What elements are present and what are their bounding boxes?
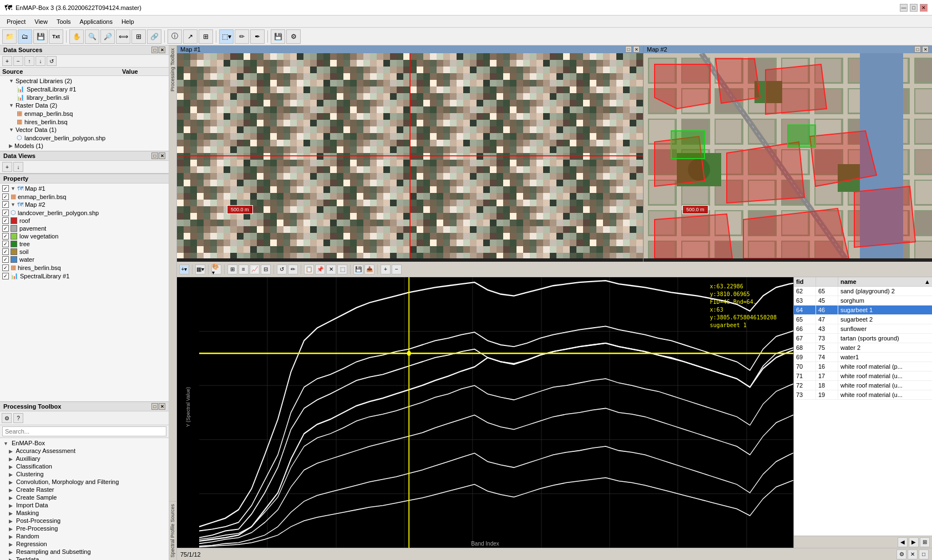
ds-add-btn[interactable]: + bbox=[2, 56, 12, 66]
minimize-button[interactable]: — bbox=[900, 4, 908, 12]
chart-save-btn[interactable]: 💾 bbox=[353, 264, 363, 274]
proc-post-processing[interactable]: ▶ Post-Processing bbox=[1, 517, 168, 525]
ds-close-btn[interactable]: ✕ bbox=[159, 47, 165, 53]
attr-row-67[interactable]: 67 73 tartan (sports ground) bbox=[794, 334, 932, 343]
prop-landcover-layer[interactable]: ✓ ⬡ landcover_berlin_polygon.shp bbox=[1, 208, 168, 217]
maximize-button[interactable]: □ bbox=[910, 4, 918, 12]
menu-applications[interactable]: Applications bbox=[75, 17, 117, 26]
chart-add-btn[interactable]: +▾ bbox=[179, 264, 189, 274]
chart-select-btn[interactable]: ⬚ bbox=[337, 264, 347, 274]
attr-row-73[interactable]: 73 19 white roof material (u... bbox=[794, 390, 932, 400]
proc-testdata[interactable]: ▶ Testdata bbox=[1, 556, 168, 560]
proc-resampling[interactable]: ▶ Resampling and Subsetting bbox=[1, 548, 168, 556]
proc-masking[interactable]: ▶ Masking bbox=[1, 509, 168, 517]
proc-settings-btn[interactable]: ⚙ bbox=[2, 413, 12, 423]
toolbar-open[interactable]: 🗂 bbox=[18, 29, 32, 44]
proc-regression[interactable]: ▶ Regression bbox=[1, 540, 168, 548]
proc-accuracy[interactable]: ▶ Accuracy Assessment bbox=[1, 447, 168, 455]
ds-down-btn[interactable]: ↓ bbox=[36, 56, 45, 66]
ds-float-btn[interactable]: □ bbox=[151, 47, 158, 53]
proc-random[interactable]: ▶ Random bbox=[1, 532, 168, 540]
attr-row-68[interactable]: 68 75 water 2 bbox=[794, 343, 932, 353]
menu-view[interactable]: View bbox=[30, 17, 52, 26]
toolbar-settings[interactable]: ⚙ bbox=[286, 29, 301, 44]
toolbar-grid[interactable]: ⊞ bbox=[199, 29, 213, 44]
attr-row-66[interactable]: 66 43 sunflower bbox=[794, 324, 932, 334]
map2-checkbox[interactable]: ✓ bbox=[2, 201, 9, 208]
prop-soil[interactable]: ✓ soil bbox=[1, 248, 168, 256]
attr-row-63[interactable]: 63 45 sorghum bbox=[794, 296, 932, 306]
attr-row-72[interactable]: 72 18 white roof material (u... bbox=[794, 381, 932, 390]
toolbar-link[interactable]: 🔗 bbox=[147, 29, 161, 44]
prop-low-veg[interactable]: ✓ low vegetation bbox=[1, 232, 168, 240]
attr-row-62[interactable]: 62 65 sand (playground) 2 bbox=[794, 287, 932, 296]
status-settings-btn[interactable]: ⚙ bbox=[896, 549, 906, 559]
spectral-chart-svg[interactable]: 5000 4000 3000 2000 1000 0 0 20 40 bbox=[199, 277, 793, 548]
toolbar-info[interactable]: ⓘ bbox=[168, 29, 182, 44]
attr-row-70[interactable]: 70 16 white roof material (p... bbox=[794, 362, 932, 371]
status-close-btn[interactable]: ✕ bbox=[908, 549, 918, 559]
dv-close-btn[interactable]: ✕ bbox=[159, 152, 165, 159]
toolbar-select[interactable]: ⬚▾ bbox=[219, 29, 234, 44]
dv-remove[interactable]: ↓ bbox=[13, 162, 23, 172]
prop-enmap-layer[interactable]: ✓ ▦ enmap_berlin.bsq bbox=[1, 192, 168, 201]
chart-profile-btn[interactable]: 📈 bbox=[250, 264, 260, 274]
pavement-checkbox[interactable]: ✓ bbox=[2, 225, 9, 232]
proc-convolution[interactable]: ▶ Convolution, Morphology and Filtering bbox=[1, 478, 168, 486]
item-hires[interactable]: ▦ hires_berlin.bsq bbox=[1, 118, 168, 126]
toolbar-draw[interactable]: ✒ bbox=[250, 29, 265, 44]
proc-close-btn[interactable]: ✕ bbox=[159, 403, 165, 410]
ds-refresh-btn[interactable]: ↺ bbox=[47, 56, 57, 66]
chart-paste-btn[interactable]: 📌 bbox=[315, 264, 325, 274]
map1-float-btn[interactable]: □ bbox=[625, 46, 632, 53]
menu-tools[interactable]: Tools bbox=[52, 17, 75, 26]
item-landcover[interactable]: ⬡ landcover_berlin_polygon.shp bbox=[1, 134, 168, 142]
proc-root[interactable]: ▼ EnMAP-Box bbox=[1, 439, 168, 447]
group-raster[interactable]: ▼ Raster Data (2) bbox=[1, 101, 168, 109]
toolbar-edit[interactable]: ✏ bbox=[235, 29, 249, 44]
toolbar-save2[interactable]: 💾 bbox=[271, 29, 285, 44]
prop-water[interactable]: ✓ water bbox=[1, 256, 168, 263]
prop-speclib-layer[interactable]: ✓ 📊 SpectralLibrary #1 bbox=[1, 272, 168, 280]
status-max-btn[interactable]: □ bbox=[919, 549, 929, 559]
proc-pre-processing[interactable]: ▶ Pre-Processing bbox=[1, 525, 168, 532]
chart-copy-btn[interactable]: 📋 bbox=[304, 264, 314, 274]
attr-next-btn[interactable]: ▶ bbox=[909, 537, 919, 547]
chart-refresh-btn[interactable]: ↺ bbox=[277, 264, 287, 274]
attr-row-71[interactable]: 71 17 white roof material (u... bbox=[794, 371, 932, 381]
toolbar-arrow[interactable]: ↗ bbox=[183, 29, 197, 44]
close-button[interactable]: ✕ bbox=[920, 4, 928, 12]
landcover-layer-checkbox[interactable]: ✓ bbox=[2, 210, 9, 216]
group-models[interactable]: ▶ Models (1) bbox=[1, 142, 168, 150]
proc-auxilliary[interactable]: ▶ Auxilliary bbox=[1, 455, 168, 462]
dv-float-btn[interactable]: □ bbox=[151, 152, 158, 159]
chart-container[interactable]: Y (Spectral Value) bbox=[177, 277, 793, 548]
group-spectral[interactable]: ▼ Spectral Libraries (2) bbox=[1, 77, 168, 85]
map2-content[interactable]: 500.0 m bbox=[644, 53, 932, 258]
soil-checkbox[interactable]: ✓ bbox=[2, 248, 9, 255]
water-checkbox[interactable]: ✓ bbox=[2, 256, 9, 263]
prop-pavement[interactable]: ✓ pavement bbox=[1, 225, 168, 232]
map2-float-btn[interactable]: □ bbox=[914, 46, 921, 53]
attr-row-64[interactable]: 64 46 sugarbeet 1 bbox=[794, 306, 932, 315]
map1-close-btn[interactable]: ✕ bbox=[633, 46, 640, 53]
prop-roof[interactable]: ✓ roof bbox=[1, 217, 168, 225]
group-vector[interactable]: ▼ Vector Data (1) bbox=[1, 126, 168, 134]
proc-help-btn[interactable]: ? bbox=[13, 413, 23, 423]
item-enmap[interactable]: ▦ enmap_berlin.bsq bbox=[1, 109, 168, 118]
hires-layer-checkbox[interactable]: ✓ bbox=[2, 264, 9, 271]
proc-float-btn[interactable]: □ bbox=[151, 403, 158, 410]
toolbar-zoom-out[interactable]: 🔎 bbox=[100, 29, 115, 44]
menu-help[interactable]: Help bbox=[117, 17, 139, 26]
chart-edit-btn[interactable]: ✏ bbox=[288, 264, 298, 274]
proc-classification[interactable]: ▶ Classification bbox=[1, 462, 168, 470]
toolbar-save[interactable]: 💾 bbox=[33, 29, 48, 44]
toolbar-pan2[interactable]: ⟺ bbox=[116, 29, 130, 44]
item-speclib1[interactable]: 📊 SpectralLibrary #1 bbox=[1, 85, 168, 93]
map2-canvas[interactable] bbox=[644, 53, 932, 258]
toolbar-pan[interactable]: ✋ bbox=[69, 29, 84, 44]
chart-table-btn[interactable]: ⊞ bbox=[227, 264, 237, 274]
attr-sort-icon[interactable]: ▲ bbox=[923, 277, 932, 286]
proc-import-data[interactable]: ▶ Import Data bbox=[1, 501, 168, 509]
item-berlin-sli[interactable]: 📊 library_berlin.sli bbox=[1, 93, 168, 101]
